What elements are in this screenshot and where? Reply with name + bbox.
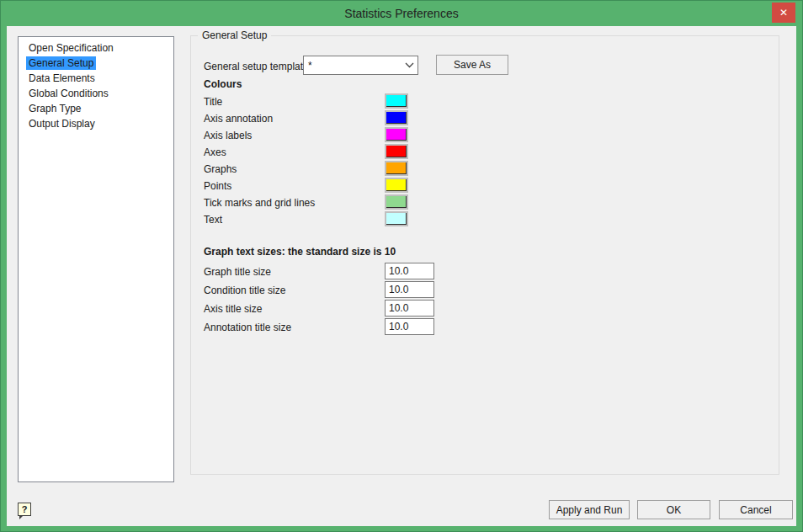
annotation-title-size-input[interactable] (385, 318, 434, 335)
colour-row-tick-marks: Tick marks and grid lines (204, 194, 582, 210)
general-setup-groupbox: General Setup General setup template * S… (190, 35, 779, 475)
close-button[interactable]: ✕ (772, 3, 795, 23)
colour-chip (386, 196, 407, 208)
groupbox-title: General Setup (198, 29, 271, 41)
colour-row-graphs: Graphs (204, 161, 582, 176)
colour-chip (386, 112, 407, 124)
ok-button[interactable]: OK (637, 500, 710, 519)
list-item-global-conditions[interactable]: Global Conditions (19, 86, 173, 101)
colour-row-axis-annotation: Axis annotation (204, 110, 582, 125)
list-item-output-display[interactable]: Output Display (19, 116, 173, 131)
statistics-preferences-dialog: Statistics Preferences ✕ Open Specificat… (0, 0, 803, 532)
list-item-data-elements[interactable]: Data Elements (19, 71, 173, 86)
title-bar[interactable]: Statistics Preferences (1, 1, 802, 26)
text-colour-swatch[interactable] (385, 211, 408, 226)
save-as-button[interactable]: Save As (436, 55, 508, 75)
list-item-graph-type[interactable]: Graph Type (19, 101, 173, 116)
chevron-down-icon (401, 62, 417, 68)
colour-chip (386, 179, 407, 191)
dialog-content: Open Specification General Setup Data El… (7, 26, 796, 526)
points-colour-swatch[interactable] (385, 178, 408, 193)
template-combobox[interactable]: * (303, 56, 418, 75)
colours-header: Colours (204, 78, 242, 90)
cancel-button[interactable]: Cancel (719, 500, 793, 519)
close-icon: ✕ (779, 7, 788, 19)
colour-row-title: Title (204, 93, 582, 109)
text-sizes-header: Graph text sizes: the standard size is 1… (204, 246, 396, 258)
list-item-general-setup[interactable]: General Setup (19, 56, 173, 71)
colour-chip (386, 162, 407, 174)
axis-labels-colour-swatch[interactable] (385, 127, 408, 142)
condition-title-size-input[interactable] (385, 281, 434, 298)
help-icon[interactable]: ? (18, 503, 31, 516)
colour-row-text: Text (204, 211, 582, 226)
colour-row-axes: Axes (204, 144, 582, 159)
size-row-graph-title: Graph title size (204, 263, 582, 279)
preferences-category-list[interactable]: Open Specification General Setup Data El… (18, 36, 174, 482)
colour-row-points: Points (204, 178, 582, 193)
template-combobox-value: * (304, 60, 401, 72)
colour-chip (386, 129, 407, 141)
colour-chip (386, 146, 407, 157)
axis-title-size-input[interactable] (385, 300, 434, 317)
template-label: General setup template (204, 61, 309, 72)
window-title: Statistics Preferences (344, 7, 458, 20)
size-row-axis-title: Axis title size (204, 300, 582, 317)
apply-and-run-button[interactable]: Apply and Run (549, 500, 630, 519)
graph-title-size-input[interactable] (385, 263, 434, 279)
colour-chip (386, 213, 407, 225)
axis-annotation-colour-swatch[interactable] (385, 110, 408, 125)
colour-chip (386, 95, 407, 107)
tick-marks-colour-swatch[interactable] (385, 194, 408, 210)
colour-row-axis-labels: Axis labels (204, 127, 582, 142)
size-row-annotation-title: Annotation title size (204, 318, 582, 335)
axes-colour-swatch[interactable] (385, 144, 408, 159)
list-item-open-specification[interactable]: Open Specification (19, 40, 173, 56)
graphs-colour-swatch[interactable] (385, 161, 408, 176)
size-row-condition-title: Condition title size (204, 281, 582, 298)
title-colour-swatch[interactable] (385, 93, 408, 109)
